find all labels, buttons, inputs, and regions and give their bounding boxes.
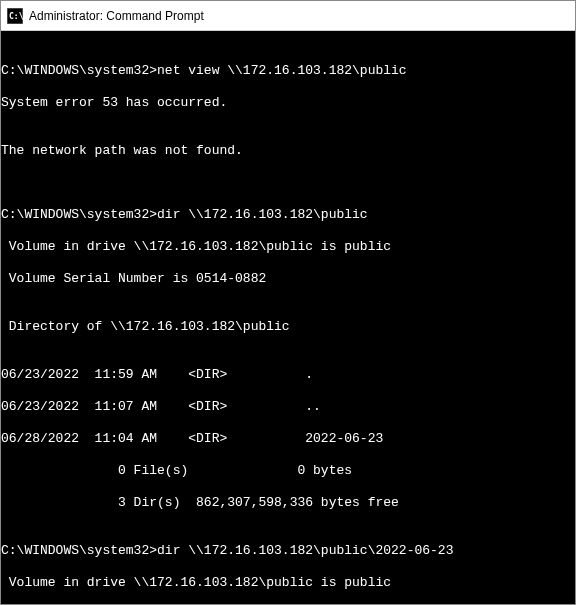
svg-text:C:\: C:\	[9, 12, 23, 21]
terminal-line: 06/23/2022 11:07 AM <DIR> ..	[1, 399, 575, 415]
terminal-line: Directory of \\172.16.103.182\public	[1, 319, 575, 335]
terminal-line: C:\WINDOWS\system32>dir \\172.16.103.182…	[1, 543, 575, 559]
terminal-output[interactable]: C:\WINDOWS\system32>net view \\172.16.10…	[1, 31, 575, 605]
terminal-line: Volume in drive \\172.16.103.182\public …	[1, 575, 575, 591]
cmd-icon: C:\	[7, 8, 23, 24]
terminal-line: Volume Serial Number is 0514-0882	[1, 271, 575, 287]
window-title: Administrator: Command Prompt	[29, 9, 204, 23]
terminal-line: The network path was not found.	[1, 143, 575, 159]
terminal-line: Volume in drive \\172.16.103.182\public …	[1, 239, 575, 255]
terminal-line: C:\WINDOWS\system32>dir \\172.16.103.182…	[1, 207, 575, 223]
terminal-line: 3 Dir(s) 862,307,598,336 bytes free	[1, 495, 575, 511]
terminal-line: C:\WINDOWS\system32>net view \\172.16.10…	[1, 63, 575, 79]
terminal-line: System error 53 has occurred.	[1, 95, 575, 111]
terminal-line: 0 File(s) 0 bytes	[1, 463, 575, 479]
terminal-line: 06/23/2022 11:59 AM <DIR> .	[1, 367, 575, 383]
terminal-line: 06/28/2022 11:04 AM <DIR> 2022-06-23	[1, 431, 575, 447]
window-titlebar[interactable]: C:\ Administrator: Command Prompt	[1, 1, 575, 31]
